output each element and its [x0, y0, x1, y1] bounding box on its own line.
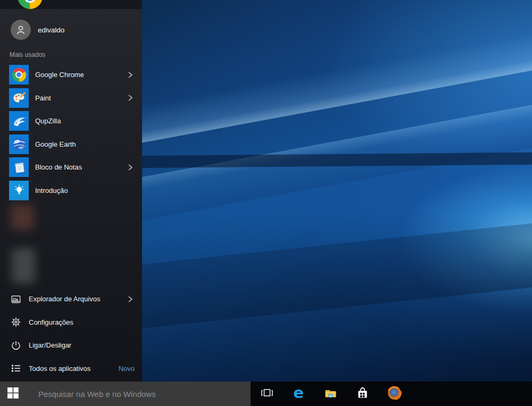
app-item-introducao[interactable]: Introdução: [9, 181, 142, 200]
store-button[interactable]: [346, 382, 378, 406]
chrome-icon: [9, 65, 29, 84]
app-item-qupzilla[interactable]: QupZilla: [9, 111, 142, 131]
menu-item-settings[interactable]: Configurações: [0, 311, 142, 334]
chevron-right-icon[interactable]: [128, 94, 133, 102]
firefox-icon: [387, 385, 402, 403]
qupzilla-icon: [9, 111, 29, 131]
menu-item-label: Configurações: [29, 318, 73, 326]
menu-item-all-apps[interactable]: Todos os aplicativos Novo: [0, 357, 142, 380]
google-earth-icon: [9, 134, 29, 154]
power-icon: [11, 340, 21, 351]
blurred-app-item: [11, 205, 34, 230]
edge-button[interactable]: e: [282, 382, 314, 406]
file-explorer-button[interactable]: [314, 382, 346, 406]
windows-logo-icon: [7, 387, 19, 401]
start-menu-panel: edivaldo Mais usados Google Chrome: [0, 9, 142, 382]
menu-item-file-explorer[interactable]: Explorador de Arquivos: [0, 287, 142, 311]
task-view-button[interactable]: [251, 382, 282, 406]
section-header-most-used: Mais usados: [10, 51, 45, 58]
taskbar: e: [0, 382, 532, 406]
chevron-right-icon[interactable]: [128, 164, 133, 171]
taskbar-search-input[interactable]: [38, 390, 251, 399]
app-label: Paint: [35, 94, 51, 102]
app-label: Google Earth: [35, 140, 76, 148]
app-item-bloco-de-notas[interactable]: Bloco de Notas: [9, 157, 142, 177]
menu-item-label: Explorador de Arquivos: [29, 295, 100, 303]
start-button[interactable]: [0, 382, 26, 406]
app-item-google-chrome[interactable]: Google Chrome: [9, 65, 142, 84]
app-item-google-earth[interactable]: Google Earth: [9, 134, 142, 154]
new-badge: Novo: [119, 365, 135, 373]
app-label: Bloco de Notas: [35, 163, 82, 171]
chevron-right-icon[interactable]: [128, 71, 133, 79]
app-label: Google Chrome: [35, 71, 84, 79]
lightbulb-icon: [9, 181, 29, 200]
folder-icon: [323, 386, 338, 402]
all-apps-icon: [11, 363, 21, 374]
taskbar-icons: e: [251, 382, 410, 406]
firefox-button[interactable]: [378, 382, 410, 406]
gear-icon: [11, 317, 21, 327]
notepad-icon: [9, 157, 29, 177]
file-explorer-icon: [11, 294, 21, 304]
chrome-icon: [18, 0, 43, 9]
task-view-icon: [260, 386, 274, 402]
paint-icon: [9, 88, 29, 108]
most-used-apps-list: Google Chrome Paint: [9, 65, 142, 204]
taskbar-search-area: [0, 382, 251, 406]
store-icon: [355, 386, 370, 402]
start-menu-footer: Explorador de Arquivos Configurações: [0, 287, 142, 380]
chevron-right-icon[interactable]: [128, 295, 133, 303]
blurred-app-item: [12, 248, 35, 283]
user-account-button[interactable]: edivaldo: [11, 20, 64, 40]
app-label: Introdução: [35, 187, 68, 194]
menu-item-label: Ligar/Desligar: [29, 341, 71, 349]
screen: edivaldo Mais usados Google Chrome: [0, 0, 532, 406]
app-label: QupZilla: [35, 117, 61, 125]
user-avatar-icon: [11, 20, 31, 40]
app-item-paint[interactable]: Paint: [9, 88, 142, 108]
top-strip: [0, 0, 142, 9]
menu-item-power[interactable]: Ligar/Desligar: [0, 334, 142, 357]
svg-text:e: e: [293, 385, 304, 401]
edge-icon: e: [290, 385, 306, 403]
menu-item-label: Todos os aplicativos: [29, 365, 90, 373]
user-name: edivaldo: [38, 26, 64, 34]
